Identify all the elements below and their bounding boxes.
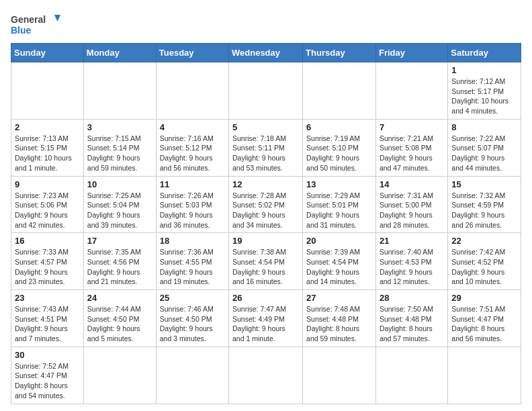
day-number: 21 [380, 236, 444, 246]
calendar-cell: 22Sunrise: 7:42 AMSunset: 4:52 PMDayligh… [448, 233, 521, 290]
calendar-cell [303, 62, 376, 120]
day-info: Sunrise: 7:25 AMSunset: 5:04 PMDaylight:… [87, 191, 152, 230]
day-info: Sunrise: 7:44 AMSunset: 4:50 PMDaylight:… [87, 304, 152, 344]
day-info: Sunrise: 7:43 AMSunset: 4:51 PMDaylight:… [15, 304, 80, 344]
day-number: 10 [87, 179, 152, 189]
day-number: 17 [87, 236, 152, 246]
calendar-cell: 10Sunrise: 7:25 AMSunset: 5:04 PMDayligh… [83, 176, 156, 233]
calendar-cell: 6Sunrise: 7:19 AMSunset: 5:10 PMDaylight… [303, 119, 376, 176]
day-info: Sunrise: 7:18 AMSunset: 5:11 PMDaylight:… [232, 134, 299, 173]
calendar-cell: 2Sunrise: 7:13 AMSunset: 5:15 PMDaylight… [11, 119, 84, 176]
calendar-cell [303, 347, 376, 404]
calendar-cell: 14Sunrise: 7:31 AMSunset: 5:00 PMDayligh… [375, 176, 447, 233]
day-info: Sunrise: 7:42 AMSunset: 4:52 PMDaylight:… [451, 247, 517, 287]
calendar-cell: 5Sunrise: 7:18 AMSunset: 5:11 PMDaylight… [229, 119, 303, 176]
day-info: Sunrise: 7:31 AMSunset: 5:00 PMDaylight:… [380, 191, 444, 230]
day-number: 13 [306, 179, 372, 189]
day-number: 24 [87, 293, 152, 303]
day-number: 5 [232, 122, 299, 132]
day-info: Sunrise: 7:35 AMSunset: 4:56 PMDaylight:… [87, 247, 152, 287]
weekday-header: Wednesday [229, 44, 303, 62]
day-number: 28 [380, 293, 444, 303]
calendar-cell: 19Sunrise: 7:38 AMSunset: 4:54 PMDayligh… [229, 233, 303, 290]
calendar-cell: 26Sunrise: 7:47 AMSunset: 4:49 PMDayligh… [229, 290, 303, 347]
day-number: 1 [451, 65, 517, 75]
day-number: 20 [306, 236, 372, 246]
day-number: 16 [15, 236, 80, 246]
calendar-cell: 15Sunrise: 7:32 AMSunset: 4:59 PMDayligh… [448, 176, 521, 233]
calendar-cell: 7Sunrise: 7:21 AMSunset: 5:08 PMDaylight… [375, 119, 447, 176]
calendar-cell: 20Sunrise: 7:39 AMSunset: 4:54 PMDayligh… [303, 233, 376, 290]
calendar-cell: 29Sunrise: 7:51 AMSunset: 4:47 PMDayligh… [448, 290, 521, 347]
day-number: 23 [15, 293, 80, 303]
day-info: Sunrise: 7:50 AMSunset: 4:48 PMDaylight:… [380, 304, 444, 344]
calendar-cell: 25Sunrise: 7:46 AMSunset: 4:50 PMDayligh… [156, 290, 228, 347]
day-number: 7 [380, 122, 444, 132]
day-info: Sunrise: 7:28 AMSunset: 5:02 PMDaylight:… [232, 191, 299, 230]
day-number: 15 [451, 179, 517, 189]
day-info: Sunrise: 7:13 AMSunset: 5:15 PMDaylight:… [15, 134, 80, 173]
day-number: 29 [451, 293, 517, 303]
calendar-cell: 17Sunrise: 7:35 AMSunset: 4:56 PMDayligh… [83, 233, 156, 290]
day-number: 27 [306, 293, 372, 303]
day-number: 25 [160, 293, 225, 303]
weekday-header: Thursday [303, 44, 376, 62]
day-info: Sunrise: 7:22 AMSunset: 5:07 PMDaylight:… [451, 134, 517, 173]
day-info: Sunrise: 7:48 AMSunset: 4:48 PMDaylight:… [306, 304, 372, 344]
day-number: 19 [232, 236, 299, 246]
svg-marker-2 [54, 15, 60, 21]
day-info: Sunrise: 7:16 AMSunset: 5:12 PMDaylight:… [160, 134, 225, 173]
day-number: 9 [15, 179, 80, 189]
header: General Blue [11, 11, 521, 38]
day-info: Sunrise: 7:23 AMSunset: 5:06 PMDaylight:… [15, 191, 80, 230]
day-number: 14 [380, 179, 444, 189]
day-info: Sunrise: 7:32 AMSunset: 4:59 PMDaylight:… [451, 191, 517, 230]
calendar-cell [448, 347, 521, 404]
calendar-cell: 28Sunrise: 7:50 AMSunset: 4:48 PMDayligh… [375, 290, 447, 347]
calendar-cell: 9Sunrise: 7:23 AMSunset: 5:06 PMDaylight… [11, 176, 84, 233]
day-info: Sunrise: 7:15 AMSunset: 5:14 PMDaylight:… [87, 134, 152, 173]
day-info: Sunrise: 7:12 AMSunset: 5:17 PMDaylight:… [451, 77, 517, 116]
calendar-cell: 24Sunrise: 7:44 AMSunset: 4:50 PMDayligh… [83, 290, 156, 347]
calendar-cell: 3Sunrise: 7:15 AMSunset: 5:14 PMDaylight… [83, 119, 156, 176]
day-info: Sunrise: 7:38 AMSunset: 4:54 PMDaylight:… [232, 247, 299, 287]
day-info: Sunrise: 7:40 AMSunset: 4:53 PMDaylight:… [380, 247, 444, 287]
day-number: 26 [232, 293, 299, 303]
calendar-table: SundayMondayTuesdayWednesdayThursdayFrid… [11, 43, 521, 404]
calendar-cell: 4Sunrise: 7:16 AMSunset: 5:12 PMDaylight… [156, 119, 228, 176]
calendar-cell: 27Sunrise: 7:48 AMSunset: 4:48 PMDayligh… [303, 290, 376, 347]
weekday-header: Friday [375, 44, 447, 62]
calendar-cell [375, 347, 447, 404]
day-info: Sunrise: 7:52 AMSunset: 4:47 PMDaylight:… [15, 361, 80, 401]
svg-text:General: General [11, 14, 46, 25]
calendar-cell [83, 62, 156, 120]
calendar-cell: 16Sunrise: 7:33 AMSunset: 4:57 PMDayligh… [11, 233, 84, 290]
calendar-cell [83, 347, 156, 404]
day-number: 11 [160, 179, 225, 189]
logo: General Blue [11, 11, 64, 38]
calendar-cell: 11Sunrise: 7:26 AMSunset: 5:03 PMDayligh… [156, 176, 228, 233]
day-info: Sunrise: 7:51 AMSunset: 4:47 PMDaylight:… [451, 304, 517, 344]
day-info: Sunrise: 7:19 AMSunset: 5:10 PMDaylight:… [306, 134, 372, 173]
svg-text:Blue: Blue [11, 25, 32, 36]
day-number: 8 [451, 122, 517, 132]
calendar-cell: 21Sunrise: 7:40 AMSunset: 4:53 PMDayligh… [375, 233, 447, 290]
day-info: Sunrise: 7:46 AMSunset: 4:50 PMDaylight:… [160, 304, 225, 344]
calendar-cell: 23Sunrise: 7:43 AMSunset: 4:51 PMDayligh… [11, 290, 84, 347]
calendar-cell [375, 62, 447, 120]
day-info: Sunrise: 7:36 AMSunset: 4:55 PMDaylight:… [160, 247, 225, 287]
calendar-cell [156, 347, 228, 404]
calendar-cell: 12Sunrise: 7:28 AMSunset: 5:02 PMDayligh… [229, 176, 303, 233]
day-number: 4 [160, 122, 225, 132]
calendar-cell: 30Sunrise: 7:52 AMSunset: 4:47 PMDayligh… [11, 347, 84, 404]
day-info: Sunrise: 7:33 AMSunset: 4:57 PMDaylight:… [15, 247, 80, 287]
calendar-cell [156, 62, 228, 120]
calendar-cell [229, 62, 303, 120]
day-number: 22 [451, 236, 517, 246]
weekday-header: Monday [83, 44, 156, 62]
calendar-cell: 13Sunrise: 7:29 AMSunset: 5:01 PMDayligh… [303, 176, 376, 233]
day-number: 18 [160, 236, 225, 246]
day-info: Sunrise: 7:29 AMSunset: 5:01 PMDaylight:… [306, 191, 372, 230]
day-number: 12 [232, 179, 299, 189]
calendar-cell: 1Sunrise: 7:12 AMSunset: 5:17 PMDaylight… [448, 62, 521, 120]
